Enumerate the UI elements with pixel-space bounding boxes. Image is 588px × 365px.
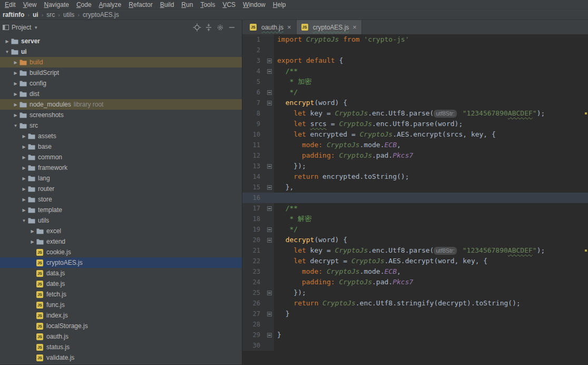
tree-collapsed-arrow-icon[interactable]: ▶: [28, 239, 36, 244]
tree-collapsed-arrow-icon[interactable]: ▶: [20, 155, 28, 160]
code-line-27[interactable]: 27 }: [242, 309, 588, 319]
tree-expanded-arrow-icon[interactable]: ▼: [12, 123, 19, 128]
gutter-line-number[interactable]: 24: [242, 277, 264, 287]
tree-item-template[interactable]: ▶template: [0, 205, 242, 215]
tree-expanded-arrow-icon[interactable]: ▼: [20, 218, 28, 223]
code-line-6[interactable]: 6 */: [242, 87, 588, 98]
code-line-text[interactable]: /**: [274, 203, 298, 214]
fold-marker-icon[interactable]: [267, 185, 272, 190]
tree-collapsed-arrow-icon[interactable]: ▶: [12, 92, 19, 97]
code-line-text[interactable]: export default {: [274, 55, 343, 66]
close-tab-icon[interactable]: ×: [352, 24, 357, 31]
menu-item-navigate[interactable]: Navigate: [41, 1, 73, 8]
code-line-text[interactable]: });: [274, 287, 306, 298]
code-line-8[interactable]: 8 let key = CryptoJs.enc.Utf8.parse(utf8…: [242, 108, 588, 119]
code-line-text[interactable]: let decrypt = CryptoJs.AES.decrypt(word,…: [274, 256, 487, 266]
code-line-text[interactable]: return encrypted.toString();: [274, 171, 409, 182]
code-line-19[interactable]: 19 */: [242, 224, 588, 235]
code-line-text[interactable]: */: [274, 87, 298, 98]
code-line-5[interactable]: 5 * 加密: [242, 76, 588, 87]
close-tab-icon[interactable]: ×: [287, 24, 291, 31]
tree-item-localStorage.js[interactable]: JSlocalStorage.js: [0, 321, 242, 331]
code-line-text[interactable]: padding: CryptoJs.pad.Pkcs7: [274, 277, 413, 287]
code-line-text[interactable]: let encrypted = CryptoJs.AES.encrypt(src…: [274, 129, 496, 140]
code-line-text[interactable]: padding: CryptoJs.pad.Pkcs7: [274, 150, 413, 161]
fold-marker-icon[interactable]: [267, 101, 272, 105]
collapse-all-icon[interactable]: [203, 23, 214, 32]
code-line-text[interactable]: let srcs = CryptoJs.enc.Utf8.parse(word)…: [274, 119, 463, 129]
menu-item-vcs[interactable]: VCS: [219, 1, 239, 8]
gutter-line-number[interactable]: 1: [242, 34, 264, 45]
fold-marker-icon[interactable]: [267, 164, 272, 169]
hide-panel-icon[interactable]: [226, 23, 238, 32]
fold-marker-icon[interactable]: [267, 227, 272, 232]
tree-item-base[interactable]: ▶base: [0, 141, 242, 152]
tree-collapsed-arrow-icon[interactable]: ▶: [20, 166, 28, 170]
gutter-line-number[interactable]: 7: [242, 98, 264, 108]
gutter-line-number[interactable]: 19: [242, 224, 264, 235]
gutter-line-number[interactable]: 30: [242, 340, 264, 351]
gutter-line-number[interactable]: 15: [242, 182, 264, 193]
tree-item-excel[interactable]: ▶excel: [0, 226, 242, 236]
tree-collapsed-arrow-icon[interactable]: ▶: [20, 187, 28, 191]
code-line-4[interactable]: 4 /**: [242, 66, 588, 76]
gutter-line-number[interactable]: 25: [242, 287, 264, 298]
gutter-line-number[interactable]: 8: [242, 108, 264, 119]
tree-collapsed-arrow-icon[interactable]: ▶: [28, 229, 36, 234]
tree-item-status.js[interactable]: JSstatus.js: [0, 342, 242, 352]
fold-marker-icon[interactable]: [267, 333, 272, 338]
tree-item-src[interactable]: ▼src: [0, 120, 242, 131]
tree-item-validate.js[interactable]: JSvalidate.js: [0, 352, 242, 363]
tree-collapsed-arrow-icon[interactable]: ▶: [3, 39, 11, 44]
tree-item-extend[interactable]: ▶extend: [0, 236, 242, 247]
breadcrumb-item-src[interactable]: src: [46, 11, 55, 18]
code-line-text[interactable]: /**: [274, 66, 298, 76]
code-line-text[interactable]: let key = CryptoJs.enc.Utf8.parse(utf8St…: [274, 245, 545, 256]
tree-item-fetch.js[interactable]: JSfetch.js: [0, 289, 242, 300]
code-line-text[interactable]: return CryptoJs.enc.Utf8.stringify(decry…: [274, 298, 521, 309]
tree-collapsed-arrow-icon[interactable]: ▶: [12, 60, 19, 65]
tree-collapsed-arrow-icon[interactable]: ▶: [20, 208, 28, 213]
code-line-25[interactable]: 25 });: [242, 287, 588, 298]
gutter-line-number[interactable]: 4: [242, 66, 264, 76]
gutter-line-number[interactable]: 6: [242, 87, 264, 98]
code-line-text[interactable]: * 加密: [274, 76, 311, 87]
code-line-11[interactable]: 11 mode: CryptoJs.mode.ECB,: [242, 140, 588, 150]
fold-marker-icon[interactable]: [267, 59, 272, 63]
tree-collapsed-arrow-icon[interactable]: ▶: [12, 113, 19, 118]
fold-marker-icon[interactable]: [267, 291, 272, 295]
tree-item-data.js[interactable]: JSdata.js: [0, 268, 242, 278]
tree-item-date.js[interactable]: JSdate.js: [0, 278, 242, 289]
code-line-text[interactable]: [274, 193, 277, 203]
code-line-22[interactable]: 22 let decrypt = CryptoJs.AES.decrypt(wo…: [242, 256, 588, 266]
gutter-line-number[interactable]: 13: [242, 161, 264, 171]
tree-item-cryptoAES.js[interactable]: JScryptoAES.js: [0, 257, 242, 268]
fold-marker-icon[interactable]: [267, 206, 272, 211]
gutter-line-number[interactable]: 5: [242, 76, 264, 87]
code-line-text[interactable]: [274, 45, 277, 55]
code-editor[interactable]: 1import CryptoJs from 'crypto-js'23expor…: [242, 34, 588, 364]
tree-item-framework[interactable]: ▶framework: [0, 162, 242, 173]
code-line-text[interactable]: mode: CryptoJs.mode.ECB,: [274, 266, 401, 277]
tree-collapsed-arrow-icon[interactable]: ▶: [20, 197, 28, 202]
code-line-text[interactable]: [274, 319, 277, 330]
gutter-line-number[interactable]: 3: [242, 55, 264, 66]
settings-gear-icon[interactable]: [214, 23, 226, 32]
tree-item-server[interactable]: ▶server: [0, 36, 242, 46]
tree-item-oauth.js[interactable]: JSoauth.js: [0, 331, 242, 342]
code-line-24[interactable]: 24 padding: CryptoJs.pad.Pkcs7: [242, 277, 588, 287]
tree-item-router[interactable]: ▶router: [0, 184, 242, 194]
gutter-line-number[interactable]: 23: [242, 266, 264, 277]
code-line-16[interactable]: 16: [242, 193, 588, 203]
gutter-line-number[interactable]: 14: [242, 171, 264, 182]
gutter-line-number[interactable]: 12: [242, 150, 264, 161]
code-line-9[interactable]: 9 let srcs = CryptoJs.enc.Utf8.parse(wor…: [242, 119, 588, 129]
code-line-text[interactable]: */: [274, 224, 298, 235]
editor-tab-cryptoAES.js[interactable]: JScryptoAES.js×: [297, 20, 362, 34]
error-stripe-mark[interactable]: [585, 249, 587, 252]
tree-item-build[interactable]: ▶build: [0, 57, 242, 68]
tree-collapsed-arrow-icon[interactable]: ▶: [20, 176, 28, 181]
gutter-line-number[interactable]: 11: [242, 140, 264, 150]
code-line-text[interactable]: * 解密: [274, 214, 311, 224]
breadcrumb-item-raftinfo[interactable]: raftinfo: [3, 11, 24, 18]
